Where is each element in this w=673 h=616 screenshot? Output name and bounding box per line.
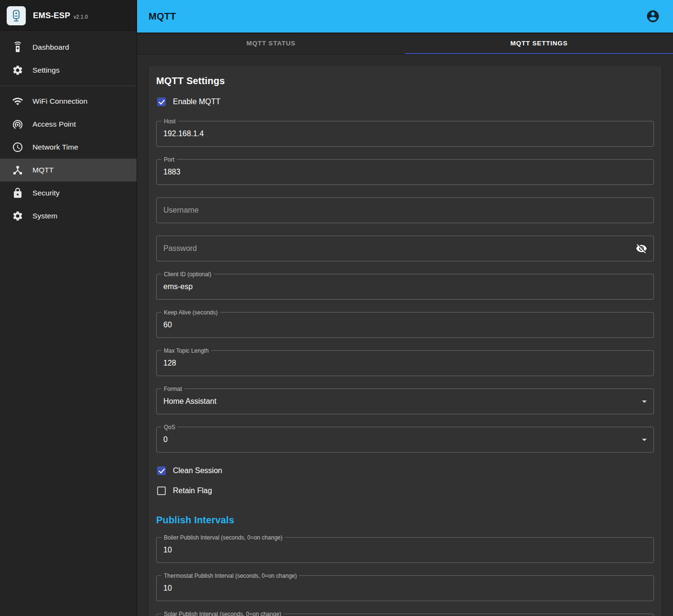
max-topic-length-input[interactable] (157, 351, 653, 376)
username-input[interactable] (157, 198, 653, 223)
password-field (156, 236, 654, 261)
brand: EMS-ESP v2.1.0 (0, 0, 137, 32)
mqtt-settings-card: MQTT Settings Enable MQTT Host Port (149, 66, 662, 616)
dropdown-arrow-icon (642, 400, 647, 403)
retain-flag-row[interactable]: Retain Flag (156, 481, 654, 500)
thermostat-publish-interval-label: Thermostat Publish Interval (seconds, 0=… (161, 572, 299, 580)
visibility-off-icon (636, 243, 647, 254)
thermostat-publish-interval-field: Thermostat Publish Interval (seconds, 0=… (156, 575, 654, 601)
app-root: EMS-ESP v2.1.0 Dashboard (0, 0, 673, 616)
qos-select-value: 0 (157, 435, 642, 444)
toggle-password-visibility-button[interactable] (631, 238, 652, 259)
client-id-field-label: Client ID (optional) (161, 270, 214, 278)
sidebar-item-label: Network Time (32, 143, 78, 151)
main-area: MQTT MQTT STATUS MQTT SETTINGS MQTT Sett… (137, 0, 673, 616)
retain-flag-checkbox[interactable] (157, 486, 166, 495)
tab-mqtt-settings[interactable]: MQTT SETTINGS (405, 32, 673, 54)
client-id-input[interactable] (157, 274, 653, 299)
retain-flag-label: Retain Flag (173, 486, 212, 495)
username-field (156, 197, 654, 223)
sidebar-item-mqtt[interactable]: MQTT (0, 159, 137, 182)
appbar: MQTT (137, 0, 673, 32)
device-hub-icon (12, 164, 23, 176)
format-select-label: Format (161, 385, 184, 393)
session-flags-group: Clean Session Retain Flag (156, 461, 654, 500)
wifi-tethering-icon (12, 119, 23, 130)
sidebar-item-wifi-connection[interactable]: WiFi Connection (0, 90, 137, 113)
app-logo-icon (7, 6, 26, 25)
sidebar-item-label: Settings (32, 66, 60, 75)
client-id-field: Client ID (optional) (156, 274, 654, 300)
host-field: Host (156, 121, 654, 147)
host-input[interactable] (157, 121, 653, 146)
enable-mqtt-checkbox[interactable] (157, 97, 166, 106)
sidebar-item-access-point[interactable]: Access Point (0, 113, 137, 136)
sidebar-item-settings[interactable]: Settings (0, 59, 137, 82)
sidebar-item-system[interactable]: System (0, 205, 137, 227)
enable-mqtt-row[interactable]: Enable MQTT (156, 92, 654, 111)
host-field-label: Host (161, 118, 178, 125)
page-title: MQTT (149, 11, 176, 22)
account-button[interactable] (644, 8, 662, 25)
content: MQTT Settings Enable MQTT Host Port (137, 54, 673, 616)
publish-intervals-title: Publish Intervals (156, 515, 654, 526)
boiler-publish-interval-label: Boiler Publish Interval (seconds, 0=on c… (161, 534, 285, 541)
wifi-icon (12, 96, 23, 107)
sidebar-item-label: System (32, 212, 57, 220)
gear-icon (12, 65, 23, 76)
gear-icon (12, 210, 23, 222)
format-select[interactable]: Format Home Assistant (156, 389, 654, 414)
sidebar-item-label: Security (32, 189, 60, 197)
clean-session-checkbox[interactable] (157, 466, 166, 475)
dropdown-arrow-icon (642, 439, 647, 441)
sidebar-item-label: Dashboard (32, 43, 69, 52)
app-name: EMS-ESP (33, 11, 70, 21)
sidebar-item-label: MQTT (32, 166, 53, 174)
enable-mqtt-label: Enable MQTT (173, 97, 221, 106)
max-topic-length-field: Max Topic Length (156, 350, 654, 376)
qos-select[interactable]: QoS 0 (156, 427, 654, 453)
sidebar-item-label: WiFi Connection (32, 97, 87, 106)
max-topic-length-field-label: Max Topic Length (161, 347, 211, 355)
app-version: v2.1.0 (74, 14, 88, 20)
qos-select-label: QoS (161, 423, 178, 431)
tab-mqtt-status[interactable]: MQTT STATUS (137, 32, 405, 54)
clock-icon (12, 141, 23, 153)
card-title: MQTT Settings (156, 76, 654, 86)
solar-publish-interval-label: Solar Publish Interval (seconds, 0=on ch… (161, 610, 284, 616)
keep-alive-field-label: Keep Alive (seconds) (161, 309, 220, 316)
sidebar-item-dashboard[interactable]: Dashboard (0, 36, 137, 59)
keep-alive-field: Keep Alive (seconds) (156, 312, 654, 338)
sidebar: EMS-ESP v2.1.0 Dashboard (0, 0, 137, 616)
keep-alive-input[interactable] (157, 313, 653, 337)
port-field: Port (156, 159, 654, 185)
sidebar-item-security[interactable]: Security (0, 182, 137, 205)
account-circle-icon (646, 9, 660, 23)
boiler-publish-interval-field: Boiler Publish Interval (seconds, 0=on c… (156, 537, 654, 563)
remote-device-icon (12, 42, 23, 53)
tab-bar: MQTT STATUS MQTT SETTINGS (137, 32, 673, 54)
sidebar-primary-nav: Dashboard Settings (0, 32, 137, 86)
port-field-label: Port (161, 156, 177, 163)
lock-icon (12, 187, 23, 199)
clean-session-label: Clean Session (173, 466, 222, 475)
sidebar-secondary-nav: WiFi Connection Access Point Network Tim… (0, 86, 137, 231)
format-select-value: Home Assistant (157, 397, 642, 406)
password-input[interactable] (157, 236, 631, 261)
port-input[interactable] (157, 160, 653, 184)
solar-publish-interval-field: Solar Publish Interval (seconds, 0=on ch… (156, 614, 654, 616)
clean-session-row[interactable]: Clean Session (156, 461, 654, 480)
sidebar-item-label: Access Point (32, 120, 76, 129)
sidebar-item-network-time[interactable]: Network Time (0, 136, 137, 159)
